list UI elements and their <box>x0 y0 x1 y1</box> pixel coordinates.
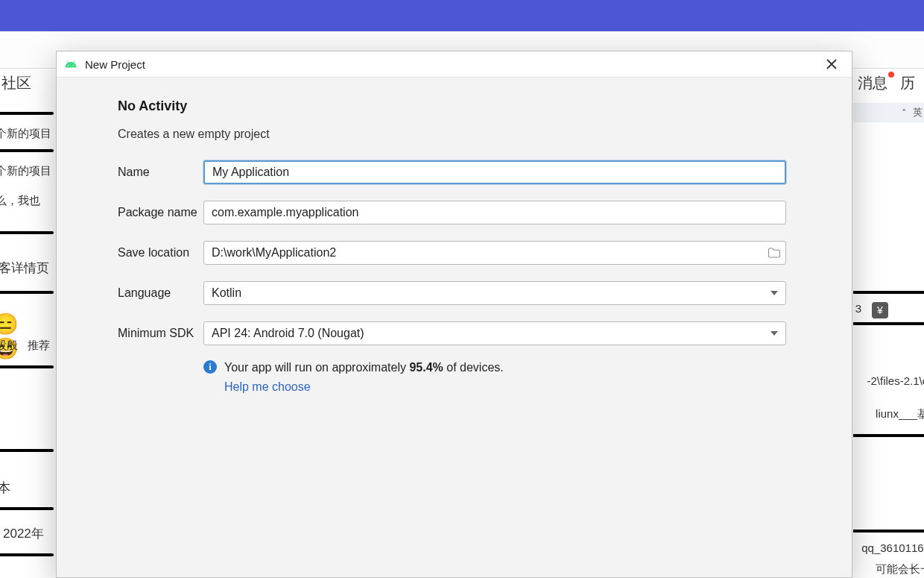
close-icon <box>826 59 837 69</box>
background-right-column: 消息 历 ˄英 3 ¥ -2\files-2.1\o liunx___基 qq_… <box>853 69 924 578</box>
bg-text: qq_36101162 <box>861 541 924 554</box>
bg-text: 么，我也 <box>0 194 40 208</box>
new-project-dialog: New Project No Activity Creates a new em… <box>56 51 852 578</box>
label-minimum-sdk: Minimum SDK <box>118 327 203 340</box>
label-language: Language <box>118 286 203 300</box>
minimum-sdk-select[interactable]: API 24: Android 7.0 (Nougat) <box>203 321 786 345</box>
minimum-sdk-select-value: API 24: Android 7.0 (Nougat) <box>212 327 364 340</box>
language-select-value: Kotlin <box>212 286 241 300</box>
template-title: No Activity <box>118 98 786 114</box>
package-name-input[interactable] <box>203 201 786 224</box>
window-titlebar <box>0 0 924 31</box>
row-name: Name <box>118 160 786 184</box>
name-input[interactable] <box>203 160 786 184</box>
label-package: Package name <box>118 206 203 219</box>
nav-messages[interactable]: 消息 历 <box>858 73 915 93</box>
label-name: Name <box>118 166 203 179</box>
help-me-choose-link[interactable]: Help me choose <box>224 378 311 396</box>
row-location: Save location <box>118 241 786 265</box>
background-left-column: 社区 个新的项目 个新的项目 么，我也 客详情页 😑 😄 股般 推荐 本 202… <box>0 69 54 578</box>
device-coverage-text: Your app will run on approximately 95.4%… <box>224 359 504 396</box>
bg-text: liunx___基 <box>876 407 924 421</box>
dialog-titlebar: New Project <box>57 51 852 78</box>
dialog-body: No Activity Creates a new empty project … <box>57 78 852 577</box>
row-language: Language Kotlin <box>118 281 786 305</box>
bg-text: 本 <box>0 479 10 497</box>
bg-text: 客详情页 <box>0 260 49 277</box>
close-button[interactable] <box>819 51 844 77</box>
android-icon <box>64 57 77 71</box>
bg-text: -2\files-2.1\o <box>867 374 924 387</box>
dialog-title: New Project <box>85 58 145 71</box>
bg-text: 个新的项目 <box>0 164 51 178</box>
ime-lang-bar[interactable]: ˄英 <box>853 103 924 122</box>
label-location: Save location <box>118 246 203 260</box>
row-minimum-sdk: Minimum SDK API 24: Android 7.0 (Nougat) <box>118 321 786 345</box>
info-icon: i <box>203 360 217 374</box>
language-select[interactable]: Kotlin <box>203 281 786 305</box>
bg-text: 股般 推荐 <box>0 339 50 353</box>
bg-text: 2022年 <box>3 525 44 542</box>
bg-text: 个新的项目 <box>0 127 51 141</box>
row-package: Package name <box>118 201 786 224</box>
tab-community[interactable]: 社区 <box>1 73 31 93</box>
currency-badge: ¥ <box>872 302 888 318</box>
bg-text: 3 <box>855 302 861 315</box>
template-description: Creates a new empty project <box>118 128 786 141</box>
emoji-row: 😑 😄 <box>0 312 54 361</box>
bg-text: 可能会长一 <box>876 562 924 577</box>
browse-folder-button[interactable] <box>765 244 783 262</box>
save-location-input[interactable] <box>203 241 786 265</box>
notification-dot-icon <box>888 72 894 78</box>
device-coverage-info: i Your app will run on approximately 95.… <box>203 359 786 396</box>
folder-icon <box>768 247 781 259</box>
